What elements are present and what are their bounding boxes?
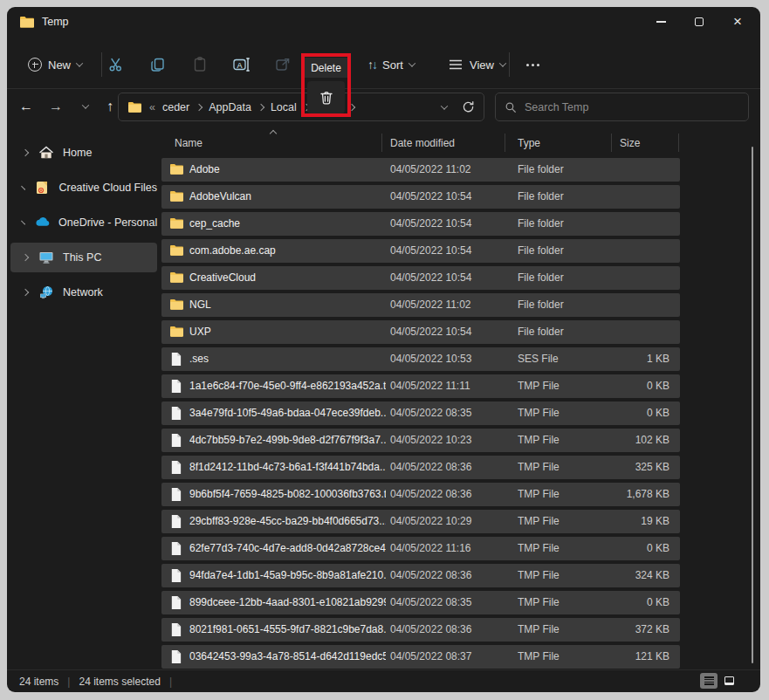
chevron-right-icon: [257, 103, 264, 110]
column-header-size[interactable]: Size: [620, 137, 640, 149]
file-icon: [169, 433, 184, 448]
sidebar-item-this-pc[interactable]: This PC: [10, 243, 157, 272]
new-button-label: New: [48, 58, 71, 72]
table-row[interactable]: 899dceee-12bb-4aad-8301-e10821ab9299... …: [161, 591, 680, 614]
breadcrumb-item[interactable]: Local: [271, 101, 297, 113]
sidebar-item-home[interactable]: Home: [10, 138, 157, 168]
file-icon: [169, 487, 184, 502]
statusbar: 24 items | 24 items selected |: [7, 669, 760, 692]
table-row[interactable]: CreativeCloud 04/05/2022 10:54 File fold…: [161, 266, 680, 290]
file-name: 03642453-99a3-4a78-8514-d642d119edc5...: [189, 650, 386, 662]
red-annotation-box: [301, 53, 351, 117]
file-name: NGL: [189, 299, 211, 311]
search-input[interactable]: [525, 101, 699, 113]
file-name: 8f1d2412-11bd-4c73-b6a1-f3f441b74bda....: [189, 461, 386, 473]
sidebar-item-creative-cloud-files[interactable]: Creative Cloud Files: [10, 173, 157, 202]
table-row[interactable]: 29cbff83-928e-45cc-ba29-bb4f0d665d73....…: [161, 510, 680, 533]
table-row[interactable]: .ses 04/05/2022 10:53 SES File 1 KB: [161, 347, 680, 371]
breadcrumb-collapse[interactable]: «: [149, 101, 155, 113]
file-date-modified: 04/05/2022 10:53: [390, 353, 471, 365]
table-row[interactable]: 94fda7e4-1db1-45a9-b95c-8b9a81afe210....…: [161, 564, 680, 587]
search-box[interactable]: [495, 93, 749, 121]
view-button[interactable]: View: [441, 51, 512, 79]
sidebar-item-onedrive[interactable]: OneDrive - Personal: [10, 208, 157, 237]
chevron-right-icon[interactable]: [21, 221, 25, 225]
more-options-button[interactable]: [518, 51, 547, 79]
folder-icon: [169, 244, 184, 258]
vertical-scrollbar[interactable]: [752, 147, 753, 663]
breadcrumb-item[interactable]: AppData: [209, 101, 251, 113]
table-row[interactable]: NGL 04/05/2022 11:02 File folder: [161, 293, 680, 317]
rename-button[interactable]: A: [227, 51, 257, 79]
file-icon: [169, 622, 184, 637]
minimize-button[interactable]: [642, 7, 680, 37]
selected-count: 24 items selected: [79, 676, 160, 688]
file-type: File folder: [518, 271, 564, 284]
table-row[interactable]: AdobeVulcan 04/05/2022 10:54 File folder: [161, 185, 680, 209]
copy-button[interactable]: [143, 51, 173, 79]
table-row[interactable]: 3a4e79fd-10f5-49a6-bdaa-047ece39fdeb....…: [161, 401, 680, 425]
refresh-icon: [462, 100, 475, 113]
chevron-right-icon[interactable]: [22, 149, 29, 156]
file-date-modified: 04/05/2022 08:37: [390, 650, 471, 662]
address-dropdown-button[interactable]: [442, 93, 447, 120]
list-header: Name Date modified Type Size: [161, 129, 685, 157]
file-size: 372 KB: [635, 623, 669, 635]
table-row[interactable]: 03642453-99a3-4a78-8514-d642d119edc5... …: [161, 645, 680, 669]
chevron-right-icon[interactable]: [21, 185, 25, 189]
file-date-modified: 04/05/2022 10:54: [390, 244, 471, 257]
table-row[interactable]: com.adobe.ae.cap 04/05/2022 10:54 File f…: [161, 239, 680, 263]
chevron-right-icon[interactable]: [22, 254, 29, 261]
chevron-right-icon[interactable]: [22, 289, 29, 296]
file-size: 0 KB: [647, 407, 669, 419]
new-button[interactable]: New: [19, 51, 91, 79]
table-row[interactable]: 8021f981-0651-4555-9fd7-8821c9be7da8....…: [161, 618, 680, 642]
column-header-date-modified[interactable]: Date modified: [390, 137, 455, 149]
file-name: 899dceee-12bb-4aad-8301-e10821ab9299...: [189, 596, 386, 608]
file-name: AdobeVulcan: [189, 190, 251, 202]
breadcrumb-item[interactable]: ceder: [162, 101, 189, 113]
file-date-modified: 04/05/2022 10:23: [390, 434, 471, 446]
back-button[interactable]: ←: [12, 93, 40, 120]
file-date-modified: 04/05/2022 08:36: [390, 461, 471, 473]
file-type: TMP File: [518, 407, 560, 419]
table-row[interactable]: cep_cache 04/05/2022 10:54 File folder: [161, 212, 680, 236]
table-row[interactable]: 9b6bf5f4-7659-4825-b082-100036fb3763.t..…: [161, 483, 680, 506]
file-date-modified: 04/05/2022 11:16: [390, 542, 471, 554]
cut-button[interactable]: [101, 51, 131, 79]
file-name: Adobe: [189, 163, 220, 175]
column-header-name[interactable]: Name: [175, 137, 203, 149]
sort-button[interactable]: ↑↓ Sort: [360, 51, 422, 79]
file-name: 3a4e79fd-10f5-49a6-bdaa-047ece39fdeb....: [189, 407, 386, 419]
details-view-button[interactable]: [700, 673, 718, 689]
svg-text:A: A: [237, 61, 242, 70]
table-row[interactable]: 4dc7bb59-b7e2-499b-9de8-d2f767f9f3a7....…: [161, 429, 680, 452]
column-divider[interactable]: [505, 134, 505, 152]
file-type: TMP File: [518, 569, 560, 581]
file-name: com.adobe.ae.cap: [189, 244, 276, 257]
thumbnails-view-button[interactable]: [720, 673, 738, 689]
table-row[interactable]: 62fe77d3-740c-4d7e-add8-0d42a8728ce4... …: [161, 537, 680, 560]
column-header-type[interactable]: Type: [518, 137, 540, 149]
paste-button[interactable]: [185, 51, 215, 79]
file-name: CreativeCloud: [189, 271, 256, 284]
file-size: 0 KB: [647, 596, 669, 608]
forward-button[interactable]: →: [42, 93, 70, 120]
home-icon: [38, 145, 54, 161]
file-type: TMP File: [518, 542, 560, 554]
column-divider[interactable]: [381, 134, 382, 152]
sidebar-item-network[interactable]: Network: [10, 278, 157, 307]
column-divider[interactable]: [678, 134, 679, 152]
table-row[interactable]: 8f1d2412-11bd-4c73-b6a1-f3f441b74bda....…: [161, 456, 680, 479]
table-row[interactable]: Adobe 04/05/2022 11:02 File folder: [161, 158, 680, 182]
column-divider[interactable]: [611, 134, 612, 152]
maximize-button[interactable]: [680, 7, 718, 37]
view-list-icon: [448, 58, 463, 71]
refresh-button[interactable]: [462, 93, 475, 120]
close-button[interactable]: ×: [718, 7, 757, 37]
table-row[interactable]: UXP 04/05/2022 10:54 File folder: [161, 320, 680, 344]
file-type: File folder: [518, 244, 564, 257]
file-type: TMP File: [518, 461, 560, 473]
share-button[interactable]: [268, 51, 298, 79]
table-row[interactable]: 1a1e6c84-f70e-45e0-9ff4-e862193a452a.t..…: [161, 374, 680, 398]
